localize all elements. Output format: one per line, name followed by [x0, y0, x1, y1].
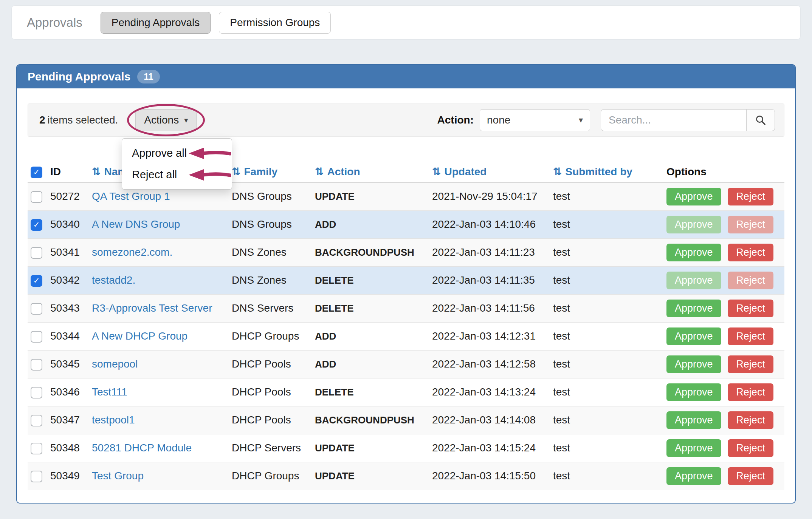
- reject-button[interactable]: Reject: [728, 244, 773, 261]
- page-title: Approvals: [27, 15, 82, 30]
- row-name-link[interactable]: Test111: [92, 386, 127, 398]
- sort-icon: ⇅: [553, 166, 562, 178]
- tab-permission-groups[interactable]: Permission Groups: [219, 12, 331, 34]
- row-action: BACKGROUNDPUSH: [312, 238, 429, 266]
- reject-button[interactable]: Reject: [728, 439, 773, 457]
- table-row: ✓ 50343 R3-Approvals Test Server DNS Ser…: [28, 294, 784, 322]
- sort-icon: ⇅: [232, 166, 240, 178]
- row-name-link[interactable]: A New DNS Group: [92, 218, 180, 230]
- approve-button[interactable]: Approve: [666, 188, 721, 205]
- row-checkbox[interactable]: ✓: [31, 471, 42, 482]
- approve-button[interactable]: Approve: [666, 355, 721, 373]
- column-header-options: Options: [663, 162, 784, 182]
- row-name-link[interactable]: R3-Approvals Test Server: [92, 302, 212, 314]
- reject-button[interactable]: Reject: [728, 216, 773, 233]
- column-header-submitted-by[interactable]: ⇅Submitted by: [550, 162, 663, 182]
- row-family: DHCP Pools: [229, 378, 312, 406]
- row-action: DELETE: [312, 294, 429, 322]
- approve-button[interactable]: Approve: [666, 467, 721, 485]
- menu-item-label: Approve all: [132, 147, 187, 159]
- row-checkbox[interactable]: ✓: [31, 443, 42, 454]
- row-updated: 2022-Jan-03 14:14:08: [429, 406, 550, 434]
- row-family: DHCP Groups: [229, 322, 312, 350]
- row-checkbox[interactable]: ✓: [31, 303, 42, 315]
- row-name-link[interactable]: QA Test Group 1: [92, 190, 170, 202]
- row-name-link[interactable]: testpool1: [92, 414, 135, 426]
- row-checkbox[interactable]: ✓: [31, 275, 42, 287]
- reject-button[interactable]: Reject: [728, 300, 773, 317]
- search-input[interactable]: [601, 109, 747, 131]
- reject-button[interactable]: Reject: [728, 327, 773, 345]
- row-name-link[interactable]: Test Group: [92, 470, 144, 482]
- row-action: DELETE: [312, 378, 429, 406]
- column-header-id: ID: [47, 162, 89, 182]
- approve-button[interactable]: Approve: [666, 327, 721, 345]
- row-name-link[interactable]: somezone2.com.: [92, 246, 172, 258]
- reject-button[interactable]: Reject: [728, 467, 773, 485]
- row-updated: 2022-Jan-03 14:10:46: [429, 210, 550, 238]
- row-checkbox[interactable]: ✓: [31, 247, 42, 259]
- table-row: ✓ 50342 testadd2. DNS Zones DELETE 2022-…: [28, 266, 784, 294]
- column-header-action[interactable]: ⇅Action: [312, 162, 429, 182]
- row-updated: 2022-Jan-03 14:15:50: [429, 462, 550, 490]
- row-family: DHCP Pools: [229, 350, 312, 378]
- search-group: [601, 109, 775, 131]
- row-updated: 2022-Jan-03 14:11:23: [429, 238, 550, 266]
- actions-dropdown-button[interactable]: Actions ▾: [135, 109, 197, 131]
- row-action: ADD: [312, 210, 429, 238]
- row-family: DNS Servers: [229, 294, 312, 322]
- row-checkbox[interactable]: ✓: [31, 191, 42, 203]
- action-filter-value: none: [487, 114, 510, 126]
- row-submitted-by: test: [550, 322, 663, 350]
- row-submitted-by: test: [550, 462, 663, 490]
- row-id: 50346: [47, 378, 89, 406]
- column-header-family[interactable]: ⇅Family: [229, 162, 312, 182]
- row-id: 50348: [47, 434, 89, 462]
- table-row: ✓ 50344 A New DHCP Group DHCP Groups ADD…: [28, 322, 784, 350]
- tab-pending-approvals[interactable]: Pending Approvals: [101, 12, 211, 34]
- row-family: DHCP Groups: [229, 462, 312, 490]
- approve-button[interactable]: Approve: [666, 244, 721, 261]
- tab-group: Pending Approvals Permission Groups: [101, 12, 331, 34]
- row-action: UPDATE: [312, 462, 429, 490]
- action-filter-select[interactable]: none ▾: [480, 109, 590, 131]
- column-header-updated[interactable]: ⇅Updated: [429, 162, 550, 182]
- approve-button[interactable]: Approve: [666, 439, 721, 457]
- row-submitted-by: test: [550, 378, 663, 406]
- row-checkbox[interactable]: ✓: [31, 331, 42, 343]
- reject-button[interactable]: Reject: [728, 188, 773, 205]
- search-button[interactable]: [746, 109, 775, 131]
- approve-button[interactable]: Approve: [666, 383, 721, 401]
- row-checkbox[interactable]: ✓: [31, 415, 42, 426]
- row-name-link[interactable]: A New DHCP Group: [92, 330, 188, 342]
- row-checkbox[interactable]: ✓: [31, 359, 42, 371]
- approve-button[interactable]: Approve: [666, 216, 721, 233]
- selection-label: items selected.: [48, 114, 118, 126]
- approve-button[interactable]: Approve: [666, 272, 721, 289]
- count-badge: 11: [137, 70, 160, 83]
- row-updated: 2022-Jan-03 14:15:24: [429, 434, 550, 462]
- row-updated: 2022-Jan-03 14:11:35: [429, 266, 550, 294]
- row-id: 50349: [47, 462, 89, 490]
- approve-button[interactable]: Approve: [666, 411, 721, 429]
- row-updated: 2022-Jan-03 14:12:58: [429, 350, 550, 378]
- row-name-link[interactable]: testadd2.: [92, 274, 135, 286]
- menu-item-reject-all[interactable]: Reject all: [122, 164, 232, 185]
- search-icon: [755, 114, 766, 126]
- row-name-link[interactable]: 50281 DHCP Module: [92, 442, 192, 454]
- menu-item-approve-all[interactable]: Approve all: [122, 142, 232, 164]
- row-updated: 2022-Jan-03 14:11:56: [429, 294, 550, 322]
- row-submitted-by: test: [550, 294, 663, 322]
- row-checkbox[interactable]: ✓: [31, 219, 42, 231]
- table-row: ✓ 50345 somepool DHCP Pools ADD 2022-Jan…: [28, 350, 784, 378]
- row-action: DELETE: [312, 266, 429, 294]
- row-name-link[interactable]: somepool: [92, 358, 138, 370]
- reject-button[interactable]: Reject: [728, 411, 773, 429]
- row-submitted-by: test: [550, 210, 663, 238]
- approve-button[interactable]: Approve: [666, 300, 721, 317]
- select-all-checkbox[interactable]: ✓: [31, 167, 42, 178]
- reject-button[interactable]: Reject: [728, 383, 773, 401]
- row-checkbox[interactable]: ✓: [31, 387, 42, 399]
- reject-button[interactable]: Reject: [728, 355, 773, 373]
- reject-button[interactable]: Reject: [728, 272, 773, 289]
